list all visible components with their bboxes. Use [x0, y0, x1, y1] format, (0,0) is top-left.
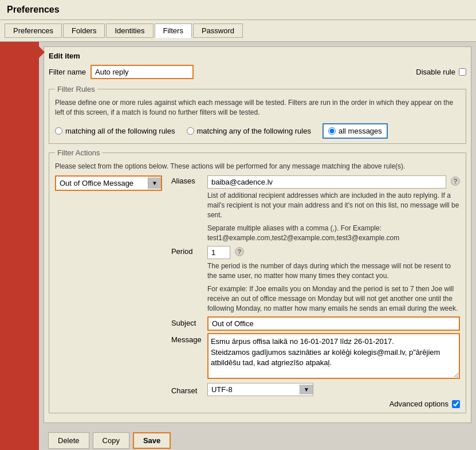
radio-any-following[interactable]: matching any of the following rules — [187, 127, 311, 135]
subject-message-block: Subject Message Esmu ārpus offisa laikā … — [171, 316, 460, 396]
tab-bar: Preferences Folders Identities Filters P… — [0, 20, 476, 42]
action-select-wrapper[interactable]: Out of Office Message Move to Folder Red… — [55, 175, 162, 191]
disable-rule-checkbox[interactable] — [459, 68, 466, 76]
radio-all-following-input[interactable] — [55, 127, 62, 135]
tab-folders[interactable]: Folders — [63, 24, 105, 38]
app-title: Preferences — [0, 0, 476, 20]
main-content: Edit item Filter name Disable rule Filte… — [0, 42, 476, 450]
radio-all-following[interactable]: matching all of the following rules — [55, 127, 175, 135]
filter-actions-legend: Filter Actions — [55, 148, 102, 157]
bottom-buttons: Delete Copy Save — [44, 426, 471, 450]
period-help-icon[interactable]: ? — [235, 247, 244, 256]
subject-label: Subject — [171, 316, 203, 327]
filter-name-input[interactable] — [91, 65, 194, 79]
aliases-separator-info: Separate multiple aliases with a comma (… — [207, 224, 460, 243]
filter-name-row: Filter name Disable rule — [49, 65, 466, 79]
aliases-input[interactable] — [207, 175, 446, 189]
advanced-options-label: Advanced options — [390, 400, 449, 408]
radio-all-messages-label: all messages — [339, 127, 382, 135]
advanced-options-checkbox[interactable] — [452, 400, 460, 408]
message-textarea[interactable]: Esmu ārpus offisa laikā no 16-01-2017 lī… — [207, 333, 460, 379]
period-example: For example: If Joe emails you on Monday… — [207, 284, 460, 313]
period-input[interactable] — [207, 246, 230, 259]
radio-all-following-label: matching all of the following rules — [65, 127, 175, 135]
charset-row: Charset UTF-8 ISO-8859-1 ISO-8859-2 ▼ — [171, 383, 460, 396]
subject-row: Subject — [171, 316, 460, 331]
radio-all-messages-input[interactable] — [328, 127, 336, 135]
delete-button[interactable]: Delete — [48, 432, 89, 449]
tab-filters[interactable]: Filters — [155, 24, 192, 38]
action-details: Aliases ? List of additional recipient a… — [171, 175, 460, 408]
charset-select-wrapper[interactable]: UTF-8 ISO-8859-1 ISO-8859-2 ▼ — [207, 383, 313, 396]
right-panel: Edit item Filter name Disable rule Filte… — [39, 42, 476, 450]
tab-preferences[interactable]: Preferences — [5, 24, 62, 38]
tab-identities[interactable]: Identities — [106, 24, 153, 38]
period-row: Period ? — [171, 246, 460, 259]
subject-content — [207, 316, 460, 331]
message-label: Message — [171, 333, 203, 344]
subject-input[interactable] — [207, 316, 460, 331]
filter-actions-description: Please select from the options below. Th… — [55, 162, 460, 171]
edit-item-title: Edit item — [49, 52, 466, 60]
sidebar — [0, 42, 39, 450]
aliases-help-icon[interactable]: ? — [451, 177, 460, 186]
radio-any-following-label: matching any of the following rules — [197, 127, 311, 135]
radio-row: matching all of the following rules matc… — [55, 123, 460, 139]
tab-password[interactable]: Password — [193, 24, 243, 38]
filter-rules-fieldset: Filter Rules Please define one or more r… — [49, 85, 466, 144]
aliases-row: Aliases ? — [171, 175, 460, 189]
radio-any-following-input[interactable] — [187, 127, 194, 135]
action-select[interactable]: Out of Office Message Move to Folder Red… — [56, 177, 148, 190]
filter-rules-legend: Filter Rules — [55, 85, 97, 93]
charset-arrow[interactable]: ▼ — [300, 385, 313, 394]
filter-name-left: Filter name — [49, 65, 194, 79]
charset-label: Charset — [171, 384, 203, 395]
message-content: Esmu ārpus offisa laikā no 16-01-2017 lī… — [207, 333, 460, 381]
save-button[interactable]: Save — [133, 432, 171, 449]
filter-actions-fieldset: Filter Actions Please select from the op… — [49, 148, 466, 414]
aliases-label: Aliases — [171, 175, 203, 185]
message-row: Message Esmu ārpus offisa laikā no 16-01… — [171, 333, 460, 381]
filter-rules-description: Please define one or more rules against … — [55, 98, 460, 118]
disable-rule-label: Disable rule — [416, 68, 455, 76]
edit-item-section: Edit item Filter name Disable rule Filte… — [44, 46, 471, 423]
aliases-info: List of additional recipient addresses w… — [207, 191, 460, 220]
radio-all-messages[interactable]: all messages — [322, 123, 388, 139]
copy-button[interactable]: Copy — [93, 432, 129, 449]
period-label: Period — [171, 246, 203, 256]
action-select-arrow[interactable]: ▼ — [148, 178, 161, 189]
filter-name-label: Filter name — [49, 68, 86, 76]
sidebar-arrow — [39, 46, 45, 58]
disable-rule-row: Disable rule — [416, 68, 466, 76]
period-info: The period is the number of days during … — [207, 261, 460, 281]
actions-content: Out of Office Message Move to Folder Red… — [55, 175, 460, 408]
advanced-options-row: Advanced options — [171, 400, 460, 408]
charset-select[interactable]: UTF-8 ISO-8859-1 ISO-8859-2 — [208, 384, 300, 396]
